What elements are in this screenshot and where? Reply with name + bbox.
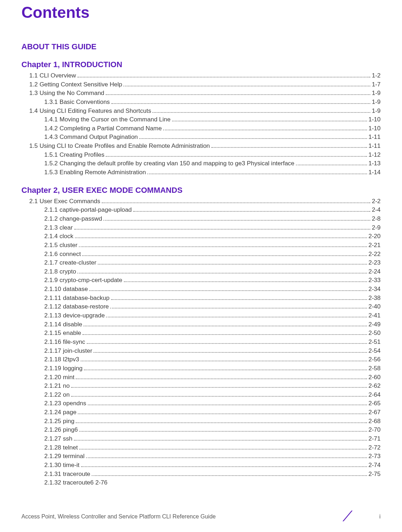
toc-entry-page: 1-9 — [372, 98, 381, 107]
toc-entry-label: 2.1.22on — [44, 391, 70, 400]
toc-entry-label: 2.1.4clock — [44, 232, 74, 241]
toc-entry[interactable]: 2.1.23opendns2-65 — [21, 399, 381, 408]
toc-entry[interactable]: 2.1.25ping2-68 — [21, 417, 381, 426]
toc-entry-page: 2-38 — [368, 294, 381, 303]
toc-leader-dots — [124, 277, 367, 282]
toc-entry[interactable]: 2.1.10database2-34 — [21, 285, 381, 294]
toc-entry[interactable]: 2.1.2change-passwd2-8 — [21, 215, 381, 224]
toc-leader-dots — [76, 373, 367, 379]
toc-entry-label: 2.1.8crypto — [44, 267, 76, 276]
toc-container: ABOUT THIS GUIDEChapter 1, INTRODUCTION1… — [21, 42, 381, 487]
toc-entry[interactable]: 1.3Using the No Command1-9 — [21, 89, 381, 98]
toc-entry[interactable]: 2.1.31traceroute2-75 — [21, 470, 381, 479]
footer-divider-icon — [343, 511, 359, 522]
toc-entry[interactable]: 1.3.1Basic Conventions1-9 — [21, 98, 381, 107]
toc-entry[interactable]: 2.1.16file-sync2-51 — [21, 338, 381, 347]
toc-entry[interactable]: 1.5.2Changing the default profile by cre… — [21, 159, 381, 168]
toc-entry[interactable]: 2.1.19logging2-58 — [21, 364, 381, 373]
toc-entry-label: 1.4.3Command Output Pagination — [44, 133, 138, 142]
toc-entry-number: 2.1.27 — [44, 435, 61, 442]
toc-entry-label: 2.1.25ping — [44, 417, 74, 426]
toc-entry[interactable]: 2.1.28telnet2-72 — [21, 443, 381, 452]
toc-entry[interactable]: 2.1.32traceroute6 2-76 — [21, 478, 381, 487]
toc-entry[interactable]: 2.1.3clear2-9 — [21, 224, 381, 232]
toc-entry-number: 1.4.2 — [44, 125, 58, 132]
toc-entry[interactable]: 2.1.15enable2-50 — [21, 329, 381, 338]
toc-entry-title: mint — [63, 374, 74, 381]
toc-entry-label: 2.1.30time-it — [44, 461, 80, 470]
toc-entry-label: 1.5.3Enabling Remote Administration — [44, 168, 146, 177]
toc-leader-dots — [84, 365, 367, 370]
toc-entry[interactable]: 2.1.14disable2-49 — [21, 320, 381, 329]
toc-entry[interactable]: 1.4.3Command Output Pagination1-11 — [21, 133, 381, 142]
toc-entry-label: 2.1.6connect — [44, 250, 81, 259]
toc-leader-dots — [78, 408, 367, 414]
toc-entry[interactable]: 2.1.5cluster2-21 — [21, 241, 381, 250]
toc-entry[interactable]: 2.1.9crypto-cmp-cert-update2-33 — [21, 276, 381, 285]
toc-entry[interactable]: 2.1.17join-cluster2-54 — [21, 347, 381, 356]
toc-leader-dots — [84, 321, 367, 326]
toc-entry-page: 2-70 — [368, 426, 381, 435]
toc-entry-label: 2.1.29terminal — [44, 452, 85, 461]
toc-entry[interactable]: 2.1.26ping62-70 — [21, 426, 381, 435]
toc-entry-page: 2-67 — [368, 408, 381, 417]
toc-entry[interactable]: 2.1.4clock2-20 — [21, 232, 381, 241]
toc-entry[interactable]: 2.1.21no2-62 — [21, 382, 381, 391]
toc-entry[interactable]: 2.1User Exec Commands2-2 — [21, 197, 381, 206]
toc-entry[interactable]: 2.1.1captive-portal-page-upload2-4 — [21, 206, 381, 215]
toc-entry-number: 2.1.13 — [44, 312, 61, 319]
toc-entry-number: 2.1.4 — [44, 233, 58, 240]
toc-entry[interactable]: 1.2Getting Context Sensitive Help1-7 — [21, 80, 381, 89]
toc-entry[interactable]: 2.1.24page2-67 — [21, 408, 381, 417]
toc-entry[interactable]: 1.5Using CLI to Create Profiles and Enab… — [21, 142, 381, 151]
toc-entry-number: 2.1.16 — [44, 338, 61, 345]
toc-entry-page: 2-72 — [368, 443, 381, 452]
toc-entry[interactable]: 2.1.8crypto2-24 — [21, 267, 381, 276]
toc-entry[interactable]: 1.4.1Moving the Cursor on the Command Li… — [21, 115, 381, 124]
toc-entry-title: Using CLI to Create Profiles and Enable … — [40, 142, 210, 149]
toc-entry-page: 1-11 — [368, 133, 381, 142]
toc-entry-title: clear — [60, 224, 73, 231]
toc-entry[interactable]: 1.4.2Completing a Partial Command Name1-… — [21, 124, 381, 133]
toc-entry-label: 2.1.3clear — [44, 224, 73, 232]
toc-entry[interactable]: 2.1.30time-it2-74 — [21, 461, 381, 470]
toc-entry[interactable]: 1.5.3Enabling Remote Administration1-14 — [21, 168, 381, 177]
toc-entry[interactable]: 2.1.29terminal2-73 — [21, 452, 381, 461]
toc-entry[interactable]: 2.1.6connect2-22 — [21, 250, 381, 259]
toc-entry-number: 2.1.22 — [44, 391, 61, 398]
toc-entry-page: 2-68 — [368, 417, 381, 426]
toc-entry-label: 1.4Using CLI Editing Features and Shortc… — [29, 107, 151, 116]
toc-entry[interactable]: 2.1.12database-restore2-40 — [21, 302, 381, 311]
toc-entry-label: 2.1.15enable — [44, 329, 81, 338]
toc-entry-title: database-restore — [63, 303, 109, 310]
toc-entry-title: no — [63, 382, 70, 389]
toc-entry-title: create-cluster — [60, 259, 96, 266]
toc-entry-number: 2.1.29 — [44, 453, 61, 460]
toc-entry-page: 2-56 — [368, 355, 381, 364]
toc-entry[interactable]: 1.5.1Creating Profiles1-12 — [21, 151, 381, 160]
toc-entry[interactable]: 2.1.13device-upgrade2-41 — [21, 311, 381, 320]
toc-entry[interactable]: 1.1CLI Overview1-2 — [21, 71, 381, 80]
toc-entry-number: 1.4.1 — [44, 116, 58, 123]
toc-entry[interactable]: 2.1.22on2-64 — [21, 391, 381, 400]
toc-leader-dots — [133, 206, 370, 212]
toc-entry[interactable]: 2.1.7create-cluster2-23 — [21, 259, 381, 267]
toc-entry-number: 2.1.30 — [44, 462, 61, 468]
toc-leader-dots — [124, 81, 370, 86]
toc-entry[interactable]: 2.1.11database-backup2-38 — [21, 294, 381, 303]
toc-entry-page: 2-65 — [368, 399, 381, 408]
toc-entry[interactable]: 2.1.27ssh2-71 — [21, 435, 381, 443]
toc-entry[interactable]: 1.4Using CLI Editing Features and Shortc… — [21, 107, 381, 116]
toc-leader-dots — [163, 125, 367, 130]
toc-entry-page: 2-8 — [372, 215, 381, 224]
toc-entry-title: traceroute — [63, 471, 90, 477]
toc-entry[interactable]: 2.1.18l2tpv32-56 — [21, 355, 381, 364]
toc-leader-dots — [75, 233, 367, 239]
section-heading: ABOUT THIS GUIDE — [21, 42, 381, 51]
toc-entry[interactable]: 2.1.20mint2-60 — [21, 373, 381, 382]
toc-entry-page: 2-9 — [372, 224, 381, 232]
toc-entry-page: 2-74 — [368, 461, 381, 470]
toc-entry-title: time-it — [63, 462, 79, 468]
toc-leader-dots — [74, 224, 371, 230]
toc-leader-dots — [71, 382, 367, 388]
